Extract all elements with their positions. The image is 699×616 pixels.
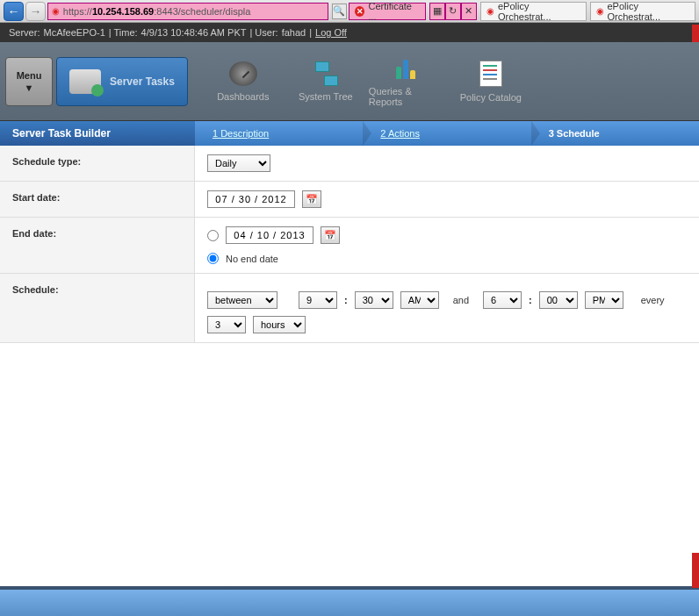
tree-icon bbox=[312, 61, 340, 86]
schedule-type-select[interactable]: Daily bbox=[207, 154, 270, 172]
start-date-picker-button[interactable]: 📅 bbox=[302, 190, 321, 208]
server-value: McAfeeEPO-1 bbox=[43, 27, 104, 38]
browser-tab-1[interactable]: ◉ ePolicy Orchestrat... bbox=[480, 2, 587, 21]
policy-catalog-button[interactable]: Policy Catalog bbox=[451, 61, 530, 103]
start-hour-select[interactable]: 9 bbox=[299, 291, 337, 309]
cert-text: Certificate ... bbox=[368, 1, 420, 22]
end-date-row: End date: 📅 No end date bbox=[0, 218, 699, 274]
time-mode-select[interactable]: between bbox=[207, 291, 277, 309]
end-date-picker-button[interactable]: 📅 bbox=[321, 226, 340, 244]
and-label: and bbox=[453, 295, 469, 305]
browser-toolbar: ← → ◉ https://10.254.158.69:8443/schedul… bbox=[0, 0, 699, 23]
compat-icon[interactable]: ▦ bbox=[429, 3, 445, 20]
schedule-type-label: Schedule type: bbox=[0, 146, 195, 181]
search-button[interactable]: 🔍 bbox=[332, 4, 347, 19]
url-prefix: https:// bbox=[63, 6, 92, 17]
start-date-label: Start date: bbox=[0, 182, 195, 217]
start-date-input[interactable] bbox=[207, 190, 295, 208]
end-date-specific-radio[interactable] bbox=[207, 230, 219, 241]
schedule-label: Schedule: bbox=[0, 274, 195, 342]
server-tasks-icon bbox=[69, 69, 101, 94]
refresh-button[interactable]: ↻ bbox=[445, 3, 461, 20]
mcafee-sidebar-icon bbox=[692, 553, 699, 588]
form-area: Schedule type: Daily Start date: 📅 End d… bbox=[0, 146, 699, 586]
end-date-label: End date: bbox=[0, 218, 195, 273]
certificate-warning[interactable]: ✕ Certificate ... bbox=[349, 3, 426, 20]
end-date-input[interactable] bbox=[226, 226, 313, 244]
server-label: Server: bbox=[9, 27, 40, 38]
wizard-title: Server Task Builder bbox=[0, 121, 195, 146]
bottom-bar bbox=[0, 590, 699, 616]
cert-error-icon: ✕ bbox=[355, 6, 364, 17]
start-date-row: Start date: 📅 bbox=[0, 182, 699, 218]
mcafee-icon: ◉ bbox=[486, 6, 494, 16]
dashboards-button[interactable]: Dashboards bbox=[204, 61, 283, 102]
mcafee-icon: ◉ bbox=[596, 6, 604, 16]
start-ampm-select[interactable]: AM bbox=[400, 291, 439, 309]
chart-icon bbox=[394, 56, 422, 81]
gauge-icon bbox=[229, 61, 257, 86]
log-off-link[interactable]: Log Off bbox=[315, 27, 347, 38]
queries-reports-button[interactable]: Queries & Reports bbox=[369, 56, 448, 107]
end-ampm-select[interactable]: PM bbox=[585, 291, 623, 309]
time-value: 4/9/13 10:48:46 AM PKT bbox=[141, 27, 247, 38]
url-suffix: :8443/scheduler/displa bbox=[154, 6, 250, 17]
address-bar[interactable]: ◉ https://10.254.158.69:8443/scheduler/d… bbox=[47, 3, 328, 20]
wizard-step-schedule: 3 Schedule bbox=[531, 121, 699, 146]
no-end-date-label: No end date bbox=[226, 254, 278, 264]
calendar-icon: 📅 bbox=[306, 194, 318, 205]
app-status-bar: Server: McAfeeEPO-1 | Time: 4/9/13 10:48… bbox=[0, 23, 699, 42]
every-value-select[interactable]: 3 bbox=[207, 316, 246, 333]
no-end-date-radio[interactable] bbox=[207, 253, 219, 264]
catalog-icon bbox=[479, 61, 502, 87]
wizard-steps: Server Task Builder 1 Description 2 Acti… bbox=[0, 121, 699, 146]
mcafee-sidebar-icon bbox=[692, 25, 699, 42]
end-hour-select[interactable]: 6 bbox=[483, 291, 522, 309]
menu-button[interactable]: Menu ▼ bbox=[5, 57, 53, 106]
calendar-icon: 📅 bbox=[324, 230, 336, 241]
url-ip: 10.254.158.69 bbox=[92, 6, 154, 17]
end-minute-select[interactable]: 00 bbox=[539, 291, 578, 309]
app-toolbar: Menu ▼ Server Tasks Dashboards System Tr… bbox=[0, 42, 699, 121]
user-value: fahad bbox=[282, 27, 306, 38]
chevron-down-icon: ▼ bbox=[25, 82, 34, 93]
every-unit-select[interactable]: hours bbox=[253, 316, 306, 333]
forward-button[interactable]: → bbox=[25, 2, 46, 21]
back-button[interactable]: ← bbox=[4, 2, 24, 21]
wizard-step-description[interactable]: 1 Description bbox=[195, 121, 363, 146]
every-label: every bbox=[641, 295, 665, 305]
system-tree-button[interactable]: System Tree bbox=[286, 61, 365, 102]
wizard-step-actions[interactable]: 2 Actions bbox=[363, 121, 530, 146]
stop-button[interactable]: ✕ bbox=[461, 3, 477, 20]
schedule-row: Schedule: between 9 : 30 AM and 6 : 00 P… bbox=[0, 274, 699, 343]
shield-icon: ◉ bbox=[52, 6, 60, 16]
browser-tab-2[interactable]: ◉ ePolicy Orchestrat... bbox=[590, 2, 696, 21]
start-minute-select[interactable]: 30 bbox=[355, 291, 393, 309]
schedule-type-row: Schedule type: Daily bbox=[0, 146, 699, 182]
server-tasks-button[interactable]: Server Tasks bbox=[56, 57, 188, 106]
